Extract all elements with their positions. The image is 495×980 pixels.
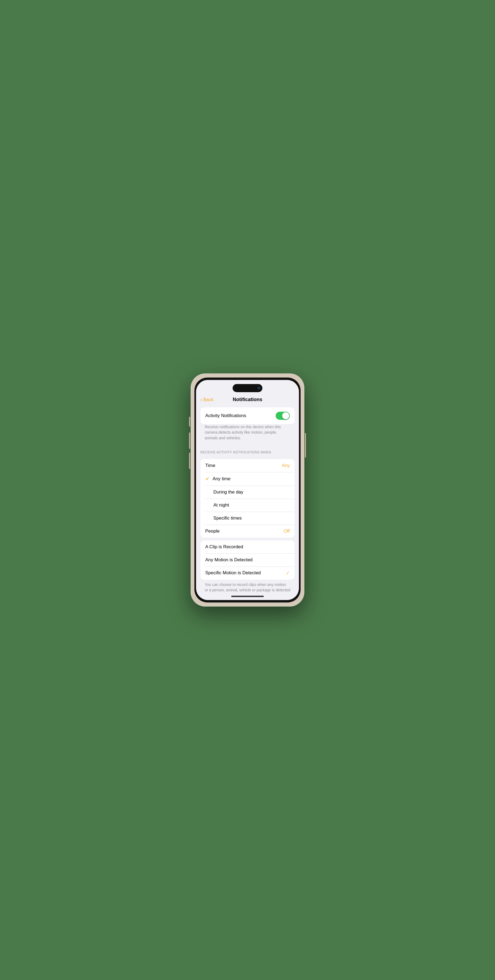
activity-notifications-row: Activity Notifications xyxy=(200,407,295,424)
status-bar xyxy=(196,380,299,393)
notify-when-section: A Clip is Recorded Any Motion is Detecte… xyxy=(200,541,295,592)
specific-times-row[interactable]: Specific times xyxy=(200,512,295,525)
specific-motion-checkmark: ✓ xyxy=(286,570,290,576)
back-label: Back xyxy=(203,397,214,402)
activity-notifications-label: Activity Notifications xyxy=(205,413,246,418)
specific-times-label: Specific times xyxy=(205,515,290,521)
page-title: Notifications xyxy=(233,397,262,402)
clip-recorded-label: A Clip is Recorded xyxy=(205,544,290,550)
receive-when-header: RECEIVE ACTIVITY NOTIFICATIONS WHEN xyxy=(196,447,299,457)
toggle-knob xyxy=(282,412,289,419)
mute-button xyxy=(189,417,190,426)
any-time-label: Any time xyxy=(213,476,290,482)
notify-when-card: A Clip is Recorded Any Motion is Detecte… xyxy=(200,541,295,580)
power-button xyxy=(305,433,306,458)
scroll-content[interactable]: ‹ Back Notifications Activity Notificati… xyxy=(196,393,299,592)
time-row[interactable]: Time Any xyxy=(200,459,295,472)
people-label: People xyxy=(205,528,282,534)
at-night-row[interactable]: At night xyxy=(200,499,295,512)
activity-notifications-card: Activity Notifications xyxy=(200,407,295,424)
volume-down-button xyxy=(189,453,190,469)
back-chevron-icon: ‹ xyxy=(200,397,202,402)
screen: ‹ Back Notifications Activity Notificati… xyxy=(196,380,299,600)
nav-header: ‹ Back Notifications xyxy=(196,393,299,405)
volume-up-button xyxy=(189,433,190,449)
time-value: Any xyxy=(282,463,290,468)
back-button[interactable]: ‹ Back xyxy=(200,397,213,402)
people-value: Off xyxy=(284,528,290,534)
any-motion-row[interactable]: Any Motion is Detected xyxy=(200,554,295,566)
any-time-checkmark: ✓ xyxy=(205,476,209,482)
phone-frame: ‹ Back Notifications Activity Notificati… xyxy=(190,374,305,606)
time-label: Time xyxy=(205,463,280,468)
any-motion-label: Any Motion is Detected xyxy=(205,557,290,563)
during-day-row[interactable]: During the day xyxy=(200,486,295,499)
activity-notifications-toggle[interactable] xyxy=(276,412,290,420)
home-indicator xyxy=(196,592,299,600)
home-bar xyxy=(231,596,264,597)
dynamic-island xyxy=(233,384,262,392)
time-card: Time Any ✓ Any time During the day xyxy=(200,459,295,538)
activity-description: Receive notifications on this device whe… xyxy=(200,424,295,444)
specific-motion-row[interactable]: Specific Motion is Detected ✓ xyxy=(200,566,295,580)
any-time-row[interactable]: ✓ Any time xyxy=(200,472,295,486)
people-row[interactable]: People Off xyxy=(200,525,295,538)
footer-description: You can choose to record clips when any … xyxy=(200,580,295,592)
camera-dot xyxy=(257,387,260,390)
at-night-label: At night xyxy=(205,503,290,508)
time-section: Time Any ✓ Any time During the day xyxy=(200,459,295,538)
activity-notifications-section: Activity Notifications Receive notificat… xyxy=(200,407,295,444)
phone-inner: ‹ Back Notifications Activity Notificati… xyxy=(194,377,301,603)
during-day-label: During the day xyxy=(205,490,290,495)
specific-motion-label: Specific Motion is Detected xyxy=(205,570,284,576)
clip-recorded-row[interactable]: A Clip is Recorded xyxy=(200,541,295,554)
